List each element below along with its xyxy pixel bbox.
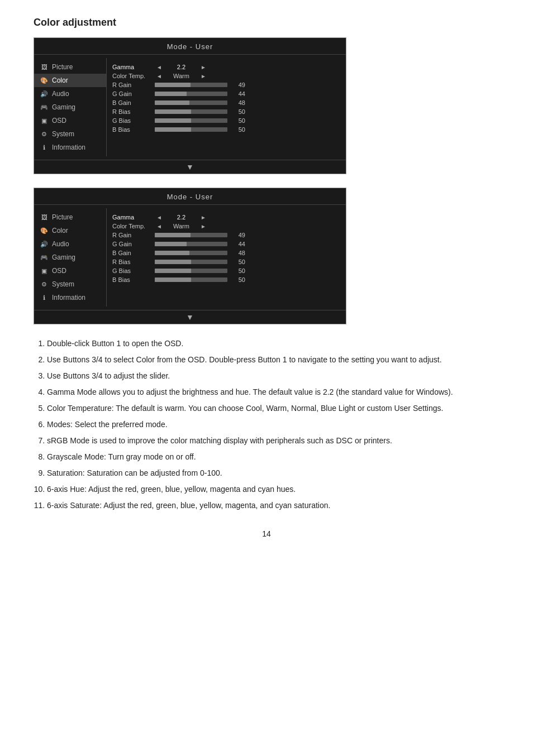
sidebar-item-information[interactable]: ℹInformation: [34, 141, 106, 154]
sidebar-label-audio: Audio: [52, 90, 69, 98]
osd-row-3: G Gain 44: [112, 90, 340, 97]
instruction-item-9: Saturation: Saturation can be adjusted f…: [47, 467, 499, 479]
row-label-6: G Bias: [112, 117, 153, 124]
row-num-4: 48: [230, 99, 245, 106]
sidebar-item-information[interactable]: ℹInformation: [34, 291, 106, 304]
instruction-item-8: Grayscale Mode: Turn gray mode on or off…: [47, 451, 499, 463]
row-label-4: B Gain: [112, 250, 153, 256]
right-arrow-1[interactable]: ►: [201, 73, 206, 79]
row-label-6: G Bias: [112, 267, 153, 274]
row-label-2: R Gain: [112, 232, 153, 238]
sidebar-item-audio[interactable]: 🔊Audio: [34, 237, 106, 251]
sidebar-item-system[interactable]: ⚙System: [34, 277, 106, 291]
gaming-icon: 🎮: [40, 103, 49, 112]
information-icon: ℹ: [40, 293, 49, 302]
left-arrow-0[interactable]: ◄: [156, 214, 162, 221]
osd-row-5: R Bias 50: [112, 259, 340, 265]
row-label-1: Color Temp.: [112, 73, 153, 79]
sidebar-item-picture[interactable]: 🖼Picture: [34, 210, 106, 224]
sidebar-item-gaming[interactable]: 🎮Gaming: [34, 251, 106, 264]
bar-fill-6: [155, 118, 191, 123]
sidebar-item-osd[interactable]: ▣OSD: [34, 114, 106, 127]
row-num-2: 49: [230, 232, 245, 238]
color-icon: 🎨: [40, 76, 49, 85]
instruction-item-7: sRGB Mode is used to improve the color m…: [47, 435, 499, 447]
osd-footer-1: ▼: [34, 160, 346, 174]
row-value-1: Warm: [166, 223, 197, 229]
bar-container-6: [155, 269, 227, 273]
row-label-7: B Bias: [112, 276, 153, 283]
right-arrow-0[interactable]: ►: [201, 64, 206, 70]
bar-fill-2: [155, 233, 191, 237]
osd-row-4: B Gain 48: [112, 250, 340, 256]
osd-header-1: Mode - User: [34, 38, 346, 55]
row-label-3: G Gain: [112, 241, 153, 247]
sidebar-item-audio[interactable]: 🔊Audio: [34, 87, 106, 101]
osd-row-4: B Gain 48: [112, 99, 340, 106]
instruction-item-10: 6-axis Hue: Adjust the red, green, blue,…: [47, 484, 499, 495]
left-arrow-0[interactable]: ◄: [156, 64, 162, 70]
sidebar-label-system: System: [52, 130, 74, 138]
bar-fill-5: [155, 109, 191, 114]
left-arrow-1[interactable]: ◄: [156, 223, 162, 229]
row-value-1: Warm: [166, 73, 197, 79]
osd-row-0: Gamma ◄ 2.2 ►: [112, 214, 340, 221]
osd-panel-2: Mode - User 🖼Picture🎨Color🔊Audio🎮Gaming▣…: [34, 188, 346, 324]
row-label-1: Color Temp.: [112, 223, 153, 229]
system-icon: ⚙: [40, 130, 49, 138]
sidebar-item-color[interactable]: 🎨Color: [34, 224, 106, 237]
row-num-6: 50: [230, 117, 245, 124]
row-label-3: G Gain: [112, 90, 153, 97]
right-arrow-1[interactable]: ►: [201, 223, 206, 229]
instruction-item-1: Double-click Button 1 to open the OSD.: [47, 338, 499, 350]
osd-row-6: G Bias 50: [112, 117, 340, 124]
sidebar-label-information: Information: [52, 294, 85, 302]
color-icon: 🎨: [40, 226, 49, 235]
bar-container-7: [155, 277, 227, 282]
sidebar-item-gaming[interactable]: 🎮Gaming: [34, 101, 106, 114]
instruction-item-11: 6-axis Saturate: Adjust the red, green, …: [47, 500, 499, 511]
bar-container-3: [155, 92, 227, 96]
left-arrow-1[interactable]: ◄: [156, 73, 162, 79]
osd-row-0: Gamma ◄ 2.2 ►: [112, 64, 340, 70]
bar-fill-3: [155, 92, 187, 96]
picture-icon: 🖼: [40, 213, 49, 222]
osd-row-7: B Bias 50: [112, 126, 340, 133]
sidebar-item-osd[interactable]: ▣OSD: [34, 264, 106, 277]
picture-icon: 🖼: [40, 63, 49, 71]
bar-fill-3: [155, 242, 187, 246]
osd-row-3: G Gain 44: [112, 241, 340, 247]
osd-sidebar-1: 🖼Picture🎨Color🔊Audio🎮Gaming▣OSD⚙SystemℹI…: [34, 58, 107, 156]
row-label-5: R Bias: [112, 108, 153, 115]
instruction-item-4: Gamma Mode allows you to adjust the brig…: [47, 386, 499, 398]
bar-fill-7: [155, 127, 191, 132]
sidebar-label-osd: OSD: [52, 117, 66, 125]
sidebar-label-color: Color: [52, 227, 68, 235]
right-arrow-0[interactable]: ►: [201, 214, 206, 221]
row-label-5: R Bias: [112, 259, 153, 265]
sidebar-label-system: System: [52, 280, 74, 288]
bar-fill-4: [155, 251, 189, 255]
sidebar-label-gaming: Gaming: [52, 253, 75, 261]
instructions-list: Double-click Button 1 to open the OSD.Us…: [34, 338, 499, 511]
sidebar-label-picture: Picture: [52, 63, 73, 71]
sidebar-label-osd: OSD: [52, 267, 66, 275]
row-label-0: Gamma: [112, 214, 153, 221]
sidebar-item-picture[interactable]: 🖼Picture: [34, 60, 106, 74]
osd-body-1: 🖼Picture🎨Color🔊Audio🎮Gaming▣OSD⚙SystemℹI…: [34, 55, 346, 160]
osd-row-1: Color Temp. ◄ Warm ►: [112, 223, 340, 229]
sidebar-item-color[interactable]: 🎨Color: [34, 74, 106, 87]
sidebar-item-system[interactable]: ⚙System: [34, 127, 106, 141]
bar-fill-2: [155, 83, 191, 87]
osd-footer-2: ▼: [34, 310, 346, 324]
instruction-item-6: Modes: Select the preferred mode.: [47, 419, 499, 430]
bar-fill-5: [155, 260, 191, 264]
bar-container-6: [155, 118, 227, 123]
bar-container-7: [155, 127, 227, 132]
row-num-5: 50: [230, 259, 245, 265]
instruction-item-2: Use Buttons 3/4 to select Color from the…: [47, 354, 499, 366]
osd-panel-1: Mode - User 🖼Picture🎨Color🔊Audio🎮Gaming▣…: [34, 37, 346, 174]
bar-container-2: [155, 83, 227, 87]
system-icon: ⚙: [40, 280, 49, 289]
row-value-0: 2.2: [166, 64, 197, 70]
